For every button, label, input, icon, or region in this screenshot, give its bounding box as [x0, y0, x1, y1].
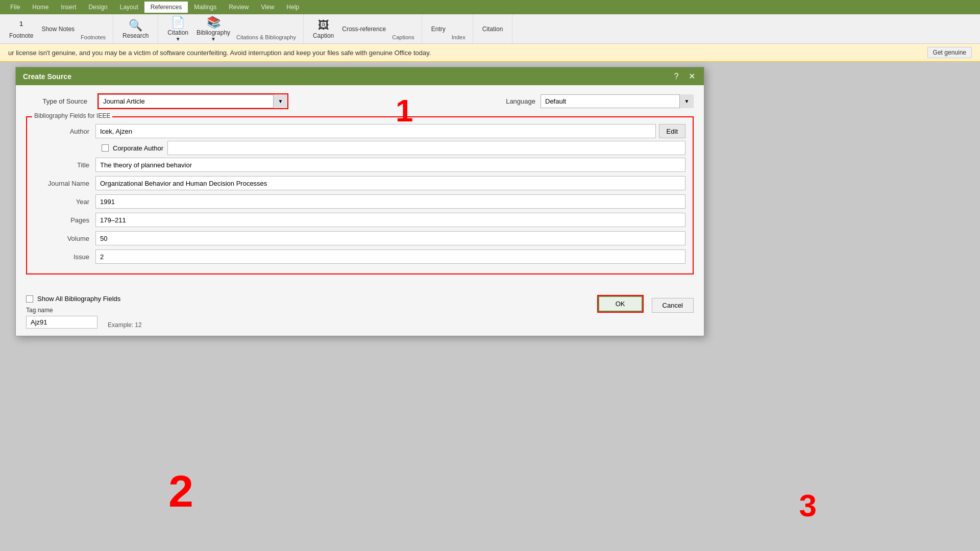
cancel-button[interactable]: Cancel	[652, 298, 694, 313]
captions-group: 🖼 Caption Cross-reference Captions	[304, 14, 422, 43]
footer-left: Show All Bibliography Fields Tag name Ex…	[26, 295, 142, 329]
pages-field-row: Pages	[34, 211, 685, 229]
bibliography-button[interactable]: 📚 Bibliography ▼	[192, 16, 234, 41]
show-notes-button[interactable]: Show Notes	[37, 16, 79, 41]
author-input-group: Edit	[95, 124, 685, 138]
close-button[interactable]: ✕	[687, 71, 697, 81]
citation-button[interactable]: 📄 Citation ▼	[163, 16, 192, 41]
dialog-body: Type of Source Journal Article Book Conf…	[16, 85, 704, 290]
bibliography-label: Bibliography	[197, 29, 230, 36]
research-icon: 🔍	[129, 19, 142, 32]
entry-button[interactable]: Entry	[427, 16, 450, 41]
warning-bar: ur license isn't genuine, and you may be…	[0, 44, 980, 62]
step-1-badge: 1	[396, 95, 413, 127]
research-label: Research	[122, 32, 149, 39]
language-select[interactable]: Default English	[541, 94, 694, 108]
issue-field-row: Issue	[34, 248, 685, 265]
issue-input[interactable]	[95, 249, 685, 264]
tab-file[interactable]: File	[4, 2, 26, 13]
type-of-source-label: Type of Source	[26, 97, 87, 105]
step-2-badge: 2	[168, 469, 193, 514]
tag-name-section: Tag name	[26, 307, 97, 329]
caption-button[interactable]: 🖼 Caption	[309, 16, 338, 41]
citation-icon: 📄	[171, 16, 185, 29]
tab-view[interactable]: View	[255, 2, 281, 13]
show-all-checkbox[interactable]	[26, 295, 33, 303]
citations-group: 📄 Citation ▼ 📚 Bibliography ▼ Citations …	[158, 14, 304, 43]
dialog-titlebar: Create Source ? ✕	[16, 67, 704, 85]
author-field-row: Author Edit	[34, 122, 685, 140]
cross-reference-label: Cross-reference	[342, 26, 386, 33]
edit-author-button[interactable]: Edit	[659, 124, 685, 138]
example-label: Example: 12	[108, 321, 142, 329]
tag-name-input[interactable]	[26, 316, 97, 329]
caption-icon: 🖼	[318, 19, 329, 32]
journal-name-label: Journal Name	[34, 180, 95, 187]
bibliography-icon: 📚	[207, 16, 220, 29]
index-group: Entry Index	[422, 14, 473, 43]
type-of-source-select[interactable]: Journal Article Book Conference Proceedi…	[99, 94, 287, 108]
corporate-author-input[interactable]	[167, 141, 685, 155]
ribbon-commands: ¹ Footnote Show Notes Footnotes 🔍 Resear…	[0, 14, 980, 44]
volume-label: Volume	[34, 235, 95, 242]
tag-name-label: Tag name	[26, 307, 97, 314]
author-input[interactable]	[95, 124, 656, 138]
corporate-author-label: Corporate Author	[113, 144, 163, 152]
language-select-wrapper: Default English ▼	[541, 94, 694, 108]
ribbon-tabs: File Home Insert Design Layout Reference…	[0, 0, 980, 14]
bibliography-fields-section: Bibliography Fields for IEEE Author Edit…	[26, 116, 694, 274]
tab-review[interactable]: Review	[223, 2, 255, 13]
year-input[interactable]	[95, 194, 685, 209]
help-button[interactable]: ?	[671, 72, 681, 81]
tab-mailings[interactable]: Mailings	[188, 2, 223, 13]
journal-name-input[interactable]	[95, 176, 685, 190]
caption-label: Caption	[313, 32, 334, 39]
show-notes-label: Show Notes	[41, 26, 75, 33]
tab-home[interactable]: Home	[26, 2, 55, 13]
language-row: Language Default English ▼	[506, 94, 694, 108]
tab-insert[interactable]: Insert	[55, 2, 82, 13]
type-of-source-row: Type of Source Journal Article Book Conf…	[26, 93, 694, 109]
tab-help[interactable]: Help	[280, 2, 305, 13]
volume-field-row: Volume	[34, 230, 685, 247]
language-label: Language	[506, 97, 535, 105]
toa-citation-button[interactable]: Citation	[478, 16, 507, 41]
pages-input[interactable]	[95, 213, 685, 227]
bibliography-dropdown-arrow: ▼	[211, 36, 216, 42]
footnotes-group: ¹ Footnote Show Notes Footnotes	[0, 14, 113, 43]
tab-design[interactable]: Design	[82, 2, 113, 13]
captions-group-label: Captions	[390, 33, 416, 41]
corporate-author-checkbox[interactable]	[102, 144, 109, 152]
footnote-icon: ¹	[19, 19, 23, 32]
tab-layout[interactable]: Layout	[114, 2, 144, 13]
dialog-controls: ? ✕	[671, 71, 697, 81]
citations-group-label: Citations & Bibliography	[234, 33, 298, 41]
create-source-dialog: Create Source ? ✕ Type of Source Journal…	[15, 67, 704, 336]
ok-button-wrapper: OK	[597, 295, 644, 313]
get-genuine-button[interactable]: Get genuine	[927, 47, 972, 58]
dialog-title: Create Source	[23, 72, 71, 81]
author-label: Author	[34, 128, 95, 135]
journal-name-field-row: Journal Name	[34, 174, 685, 192]
footer-right: OK Cancel	[597, 295, 694, 315]
cross-reference-button[interactable]: Cross-reference	[338, 16, 390, 41]
footnote-label: Footnote	[9, 32, 33, 39]
footnote-button[interactable]: ¹ Footnote	[5, 16, 37, 41]
volume-input[interactable]	[95, 231, 685, 245]
citation-label: Citation	[167, 29, 188, 36]
toa-group: Citation	[473, 14, 513, 43]
research-group: 🔍 Research	[113, 14, 158, 43]
tag-name-area: Tag name Example: 12	[26, 307, 142, 329]
title-label: Title	[34, 161, 95, 169]
ok-button[interactable]: OK	[598, 296, 643, 312]
show-all-label: Show All Bibliography Fields	[37, 295, 120, 303]
footnotes-group-label: Footnotes	[79, 33, 108, 41]
research-button[interactable]: 🔍 Research	[118, 16, 153, 41]
dialog-footer: Show All Bibliography Fields Tag name Ex…	[16, 290, 704, 336]
dialog-overlay: Create Source ? ✕ Type of Source Journal…	[15, 67, 704, 336]
year-field-row: Year	[34, 193, 685, 210]
year-label: Year	[34, 198, 95, 206]
citation-dropdown-arrow: ▼	[176, 36, 181, 42]
tab-references[interactable]: References	[144, 2, 188, 13]
title-input[interactable]	[95, 158, 685, 172]
